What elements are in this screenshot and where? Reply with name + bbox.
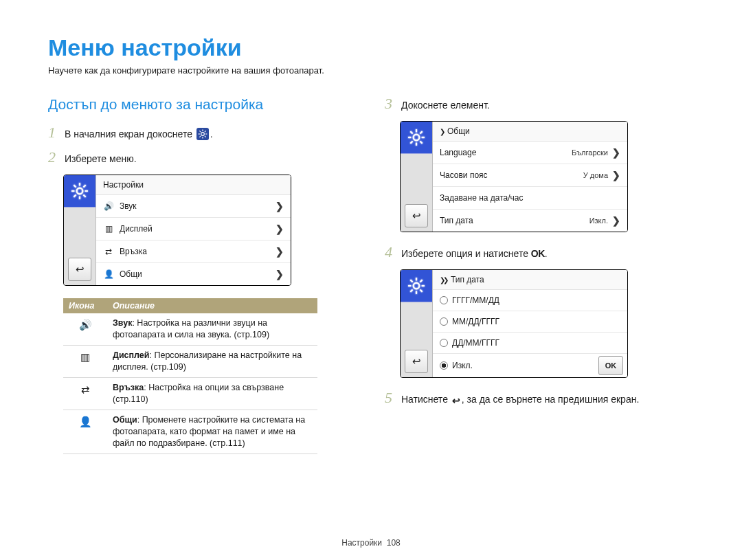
svg-line-16	[74, 194, 76, 197]
table-row: ⇄ Връзка: Настройка на опции за свързван…	[63, 378, 317, 410]
step-text: Докоснете елемент.	[401, 96, 490, 113]
screen-header: Настройки	[96, 175, 291, 195]
svg-line-35	[420, 280, 422, 282]
svg-line-17	[83, 185, 85, 187]
device-screenshot-general: ↩ ❯Общи Language Български❯ Часови пояс …	[400, 121, 628, 232]
svg-line-32	[410, 280, 412, 282]
page-title: Меню настройки	[48, 34, 694, 61]
table-header-description: Описание	[107, 298, 317, 313]
chevron-right-icon: ❯	[612, 147, 620, 158]
chevron-right-icon: ❯❯	[440, 276, 447, 284]
radio-icon	[440, 339, 448, 347]
link-icon: ⇄	[77, 382, 93, 396]
option-mmddyyyy[interactable]: ММ/ДД/ГГГГ	[433, 311, 627, 333]
device-screenshot-settings-root: ↩ Настройки 🔊Звук ❯ ▥Дисплей ❯ ⇄Връзка ❯	[63, 175, 291, 286]
svg-line-14	[74, 185, 76, 187]
screen-header: ❯Общи	[433, 122, 627, 142]
setting-row-language[interactable]: Language Български❯	[433, 142, 627, 164]
step-number: 5	[385, 390, 401, 405]
svg-line-7	[199, 136, 201, 137]
option-yyyymmdd[interactable]: ГГГГ/ММ/ДД	[433, 290, 627, 311]
step-number: 3	[385, 96, 401, 111]
menu-row-sound[interactable]: 🔊Звук ❯	[96, 195, 291, 218]
display-icon: ▥	[77, 350, 93, 363]
gear-icon	[64, 175, 95, 208]
chevron-right-icon: ❯	[612, 170, 620, 181]
back-button[interactable]: ↩	[68, 258, 91, 281]
back-icon: ↩	[452, 393, 460, 408]
svg-line-25	[410, 141, 412, 143]
option-off[interactable]: Изкл.	[440, 361, 473, 370]
ok-button[interactable]: OK	[598, 356, 623, 375]
setting-row-datetime[interactable]: Задаване на дата/час	[433, 187, 627, 210]
menu-row-connection[interactable]: ⇄Връзка ❯	[96, 240, 291, 263]
option-ddmmyyyy[interactable]: ДД/ММ/ГГГГ	[433, 333, 627, 354]
svg-point-18	[414, 135, 420, 141]
svg-point-27	[414, 283, 420, 289]
chevron-right-icon: ❯	[276, 246, 284, 257]
step-number: 1	[48, 125, 65, 140]
table-row: 👤 Общи: Променете настройките на система…	[63, 410, 317, 454]
back-button[interactable]: ↩	[405, 204, 428, 227]
svg-line-5	[199, 131, 201, 132]
ok-label: OK	[531, 248, 545, 259]
radio-selected-icon	[440, 361, 448, 370]
table-row: 🔊 Звук: Настройка на различни звуци на ф…	[63, 313, 317, 346]
menu-row-general[interactable]: 👤Общи ❯	[96, 263, 291, 285]
display-icon: ▥	[103, 223, 114, 234]
svg-line-26	[420, 131, 422, 133]
device-screenshot-datetype: ↩ ❯❯Тип дата ГГГГ/ММ/ДД ММ/ДД/ГГГГ ДД/ММ…	[400, 269, 628, 378]
svg-line-34	[410, 289, 412, 291]
speaker-icon: 🔊	[77, 317, 93, 331]
step-text: Изберете меню.	[65, 150, 137, 166]
setting-row-datetype[interactable]: Тип дата Изкл.❯	[433, 210, 627, 232]
screen-header: ❯❯Тип дата	[433, 270, 627, 290]
svg-line-8	[205, 131, 206, 132]
link-icon: ⇄	[103, 246, 114, 257]
svg-line-15	[83, 194, 85, 197]
table-header-icon: Икона	[63, 298, 107, 313]
gear-icon	[401, 270, 432, 302]
table-row: ▥ Дисплей: Персонализиране на настройкит…	[63, 346, 317, 378]
page-footer: Настройки 108	[0, 538, 742, 548]
section-heading: Достъп до менюто за настройка	[48, 96, 357, 113]
gear-icon	[401, 122, 432, 154]
speaker-icon: 🔊	[103, 201, 114, 212]
person-icon: 👤	[77, 414, 93, 428]
step-text: Изберете опция и натиснете OK.	[401, 245, 548, 261]
menu-row-display[interactable]: ▥Дисплей ❯	[96, 218, 291, 240]
chevron-right-icon: ❯	[276, 223, 284, 234]
chevron-right-icon: ❯	[440, 128, 443, 135]
svg-line-33	[420, 289, 422, 291]
svg-line-24	[420, 141, 422, 143]
chevron-right-icon: ❯	[276, 201, 284, 212]
svg-point-9	[77, 188, 83, 194]
svg-line-6	[205, 136, 206, 137]
chevron-right-icon: ❯	[276, 269, 284, 280]
back-button[interactable]: ↩	[405, 350, 428, 373]
step-text: В началния екран докоснете .	[65, 125, 213, 142]
step-number: 4	[385, 245, 401, 260]
step-number: 2	[48, 150, 65, 165]
radio-icon	[440, 296, 448, 304]
step-text: Натиснете ↩, за да се върнете на предишн…	[401, 390, 639, 408]
radio-icon	[440, 317, 448, 326]
icon-legend-table: Икона Описание 🔊 Звук: Настройка на разл…	[63, 298, 317, 454]
chevron-right-icon: ❯	[612, 215, 620, 226]
svg-point-0	[201, 133, 204, 136]
gear-icon	[196, 128, 209, 140]
setting-row-timezone[interactable]: Часови пояс У дома❯	[433, 164, 627, 187]
svg-line-23	[410, 131, 412, 133]
intro-text: Научете как да конфигурирате настройките…	[48, 65, 694, 76]
person-icon: 👤	[103, 269, 114, 280]
